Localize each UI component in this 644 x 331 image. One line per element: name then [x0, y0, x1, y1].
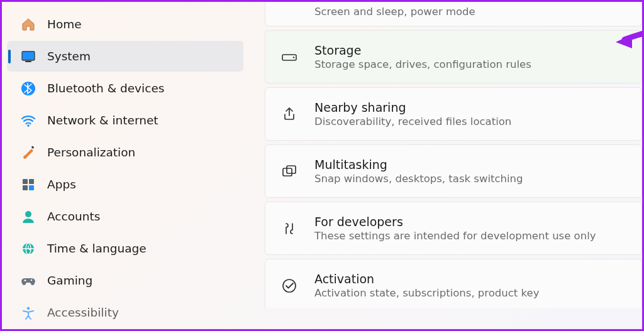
sidebar-item-label: Accounts	[47, 210, 100, 223]
svg-rect-17	[287, 166, 296, 173]
svg-rect-16	[283, 168, 292, 176]
sidebar-item-gaming[interactable]: Gaming	[7, 265, 243, 296]
svg-point-3	[27, 124, 30, 127]
sidebar-item-label: System	[47, 50, 91, 63]
sidebar-item-label: Gaming	[47, 274, 92, 287]
svg-point-18	[283, 279, 296, 292]
svg-rect-4	[31, 146, 35, 149]
svg-point-13	[27, 307, 30, 310]
card-power[interactable]: Screen and sleep, power mode	[265, 2, 642, 26]
card-title: Nearby sharing	[314, 100, 511, 114]
bluetooth-icon	[21, 81, 36, 96]
card-title: Storage	[314, 43, 531, 57]
svg-rect-0	[22, 52, 35, 60]
home-icon	[21, 17, 36, 32]
card-subtitle: Screen and sleep, power mode	[314, 6, 475, 18]
card-title: Multitasking	[314, 158, 523, 171]
card-multitasking[interactable]: Multitasking Snap windows, desktops, tas…	[265, 144, 642, 198]
sidebar-item-network[interactable]: Network & internet	[7, 105, 243, 136]
apps-icon	[21, 177, 36, 192]
network-icon	[21, 113, 36, 128]
card-developers[interactable]: For developers These settings are intend…	[265, 202, 642, 255]
gaming-icon	[21, 273, 36, 288]
personalization-icon	[21, 145, 36, 160]
sidebar-item-label: Bluetooth & devices	[47, 82, 164, 95]
card-title: Activation	[314, 272, 539, 286]
card-nearby-sharing[interactable]: Nearby sharing Discoverability, received…	[265, 87, 642, 141]
multitask-icon	[280, 163, 298, 180]
svg-point-15	[293, 57, 294, 58]
sidebar-item-apps[interactable]: Apps	[7, 169, 243, 200]
card-subtitle: These settings are intended for developm…	[314, 230, 596, 242]
sidebar-item-accessibility[interactable]: Accessibility	[7, 297, 243, 328]
settings-sidebar: Home System Bluetooth & devices Network …	[2, 2, 248, 329]
card-subtitle: Activation state, subscriptions, product…	[314, 287, 539, 299]
developer-icon	[280, 220, 298, 237]
svg-rect-1	[25, 61, 31, 62]
time-language-icon	[21, 241, 36, 256]
sidebar-item-system[interactable]: System	[7, 41, 243, 72]
sidebar-item-label: Accessibility	[47, 306, 119, 319]
activation-icon	[280, 277, 298, 295]
svg-rect-5	[23, 179, 28, 184]
card-subtitle: Snap windows, desktops, task switching	[314, 173, 523, 185]
storage-icon	[280, 48, 298, 66]
sidebar-item-home[interactable]: Home	[7, 9, 243, 40]
card-activation[interactable]: Activation Activation state, subscriptio…	[265, 259, 642, 308]
power-icon	[280, 2, 298, 19]
sidebar-item-label: Network & internet	[47, 114, 158, 127]
settings-main: Screen and sleep, power mode Storage Sto…	[248, 2, 642, 329]
card-subtitle: Storage space, drives, configuration rul…	[314, 58, 531, 70]
svg-rect-7	[23, 185, 28, 190]
sidebar-item-label: Personalization	[47, 146, 135, 159]
sidebar-item-time-language[interactable]: Time & language	[7, 233, 243, 264]
svg-rect-8	[29, 185, 34, 190]
share-icon	[280, 106, 298, 123]
svg-point-12	[31, 279, 32, 280]
sidebar-item-label: Time & language	[47, 242, 147, 255]
sidebar-item-label: Apps	[47, 178, 76, 191]
sidebar-item-label: Home	[47, 18, 82, 31]
card-title: For developers	[314, 215, 596, 229]
svg-rect-6	[29, 179, 34, 184]
svg-point-9	[25, 211, 31, 217]
accounts-icon	[21, 209, 36, 224]
sidebar-item-personalization[interactable]: Personalization	[7, 137, 243, 168]
card-subtitle: Discoverability, received files location	[314, 116, 511, 128]
card-storage[interactable]: Storage Storage space, drives, configura…	[265, 30, 642, 84]
system-icon	[21, 49, 36, 64]
sidebar-item-bluetooth[interactable]: Bluetooth & devices	[7, 73, 243, 104]
accessibility-icon	[21, 305, 36, 320]
sidebar-item-accounts[interactable]: Accounts	[7, 201, 243, 232]
